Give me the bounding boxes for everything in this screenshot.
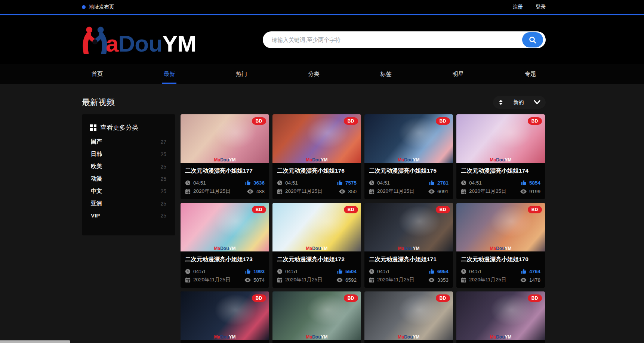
video-title: 二次元动漫漂亮小姐姐171 <box>369 255 449 263</box>
video-likes[interactable]: 3636 <box>245 180 265 186</box>
category-item[interactable]: 国产 27 <box>90 136 167 148</box>
video-card[interactable]: BD MaDouYM 二次元动漫漂亮小姐姐177 04:51 <box>181 114 269 199</box>
video-duration: 04:51 <box>277 180 298 186</box>
video-title: 二次元动漫漂亮小姐姐177 <box>185 167 265 175</box>
video-card[interactable]: BD MaDouYM <box>364 291 453 343</box>
video-date: 2020年11月25日 <box>461 188 506 195</box>
address-release-link[interactable]: 地址发布页 <box>82 4 114 10</box>
calendar-icon <box>185 277 191 283</box>
video-card[interactable]: BD MaDouYM 二次元动漫漂亮小姐姐174 04:51 <box>456 114 545 199</box>
category-item[interactable]: 亚洲 25 <box>90 197 167 210</box>
video-views: 6091 <box>428 189 449 194</box>
video-thumbnail[interactable]: BD MaDouYM <box>272 203 361 251</box>
video-likes[interactable]: 1993 <box>245 268 265 274</box>
video-likes[interactable]: 5854 <box>521 180 540 186</box>
thumbnail-watermark: MaDouYM <box>364 157 453 163</box>
blue-dot-icon <box>82 5 86 9</box>
category-count: 25 <box>160 188 166 194</box>
video-likes[interactable]: 7575 <box>337 180 357 186</box>
nav-tab-2[interactable]: 热门 <box>234 64 249 84</box>
nav-tab-6[interactable]: 专题 <box>523 64 537 84</box>
video-likes[interactable]: 5504 <box>337 268 357 274</box>
search-icon <box>529 36 537 44</box>
quality-badge: BD <box>436 206 450 213</box>
nav-tab-0[interactable]: 首页 <box>90 64 104 84</box>
video-thumbnail[interactable]: BD MaDouYM <box>456 291 545 340</box>
thumbs-up-icon <box>521 180 527 186</box>
register-link[interactable]: 注册 <box>513 4 523 10</box>
calendar-icon <box>185 189 191 194</box>
video-thumbnail[interactable]: BD MaDouYM <box>272 291 361 340</box>
chevron-down-icon <box>533 100 541 105</box>
video-title: 二次元动漫漂亮小姐姐172 <box>277 255 357 263</box>
video-card[interactable]: BD MaDouYM 二次元动漫漂亮小姐姐172 04:51 <box>272 203 361 288</box>
category-sidebar: 查看更多分类 国产 27 日韩 25 欧美 25 动漫 25 中文 25 亚洲 … <box>82 114 175 235</box>
nav-tab-4[interactable]: 标签 <box>379 64 393 84</box>
video-views: 350 <box>339 189 357 194</box>
video-date: 2020年11月25日 <box>277 188 323 195</box>
thumbs-up-icon <box>429 268 435 274</box>
clock-icon <box>369 180 375 186</box>
horizontal-scrollbar[interactable] <box>0 340 70 343</box>
video-card[interactable]: BD MaDouYM <box>181 291 269 343</box>
eye-icon <box>428 189 435 194</box>
video-duration: 04:51 <box>461 180 482 186</box>
login-link[interactable]: 登录 <box>536 4 546 10</box>
clock-icon <box>461 269 466 274</box>
thumbnail-watermark: MaDouYM <box>272 246 361 251</box>
video-date: 2020年11月25日 <box>461 276 506 283</box>
video-views: 9199 <box>520 189 540 194</box>
video-views: 1478 <box>520 277 540 283</box>
calendar-icon <box>369 189 375 194</box>
video-thumbnail[interactable]: BD MaDouYM <box>364 114 453 163</box>
category-item[interactable]: 欧美 25 <box>90 160 167 173</box>
category-count: 25 <box>160 201 166 207</box>
video-thumbnail[interactable]: BD MaDouYM <box>181 291 269 340</box>
video-title: 二次元动漫漂亮小姐姐175 <box>369 167 449 175</box>
search-button[interactable] <box>522 32 543 47</box>
video-card[interactable]: BD MaDouYM 二次元动漫漂亮小姐姐170 04:51 <box>456 203 545 288</box>
clock-icon <box>277 180 283 186</box>
video-card[interactable]: BD MaDouYM 二次元动漫漂亮小姐姐171 04:51 <box>364 203 453 288</box>
video-thumbnail[interactable]: BD MaDouYM <box>456 203 545 251</box>
video-card[interactable]: BD MaDouYM <box>272 291 361 343</box>
video-date: 2020年11月25日 <box>369 276 415 283</box>
video-card[interactable]: BD MaDouYM <box>456 291 545 343</box>
logo-text-a: a <box>106 31 118 56</box>
site-logo[interactable]: aDouYM <box>82 26 196 54</box>
video-card[interactable]: BD MaDouYM 二次元动漫漂亮小姐姐176 04:51 <box>272 114 361 199</box>
thumbnail-watermark: MaDouYM <box>456 246 545 251</box>
video-likes[interactable]: 4764 <box>521 268 540 274</box>
eye-icon <box>244 278 251 282</box>
video-thumbnail[interactable]: BD MaDouYM <box>181 114 269 163</box>
video-thumbnail[interactable]: BD MaDouYM <box>364 291 453 340</box>
category-item[interactable]: 中文 25 <box>90 185 167 197</box>
category-item[interactable]: VIP 25 <box>90 210 167 221</box>
video-likes[interactable]: 2781 <box>429 180 449 186</box>
video-card[interactable]: BD MaDouYM 二次元动漫漂亮小姐姐173 04:51 <box>181 203 269 288</box>
thumbnail-watermark: MaDouYM <box>364 246 453 251</box>
video-thumbnail[interactable]: BD MaDouYM <box>456 114 545 163</box>
category-item[interactable]: 日韩 25 <box>90 148 167 160</box>
thumbnail-watermark: MaDouYM <box>181 334 269 340</box>
thumbnail-watermark: MaDouYM <box>456 157 545 163</box>
logo-people-icon <box>82 26 108 54</box>
video-duration: 04:51 <box>461 269 482 274</box>
category-count: 27 <box>160 139 166 145</box>
video-card[interactable]: BD MaDouYM 二次元动漫漂亮小姐姐175 04:51 <box>364 114 453 199</box>
video-title: 二次元动漫漂亮小姐姐176 <box>277 167 357 175</box>
video-thumbnail[interactable]: BD MaDouYM <box>364 203 453 251</box>
category-count: 25 <box>160 213 166 219</box>
nav-tab-5[interactable]: 明星 <box>451 64 465 84</box>
nav-tab-1[interactable]: 最新 <box>162 64 176 84</box>
search-input[interactable] <box>263 37 522 43</box>
video-views: 5074 <box>244 277 265 283</box>
sort-dropdown[interactable]: 新的 <box>493 96 546 109</box>
video-thumbnail[interactable]: BD MaDouYM <box>181 203 269 251</box>
category-item[interactable]: 动漫 25 <box>90 173 167 185</box>
thumbs-up-icon <box>245 180 251 186</box>
nav-tab-3[interactable]: 分类 <box>306 64 321 84</box>
eye-icon <box>247 189 253 194</box>
video-likes[interactable]: 6954 <box>429 268 449 274</box>
video-thumbnail[interactable]: BD MaDouYM <box>272 114 361 163</box>
